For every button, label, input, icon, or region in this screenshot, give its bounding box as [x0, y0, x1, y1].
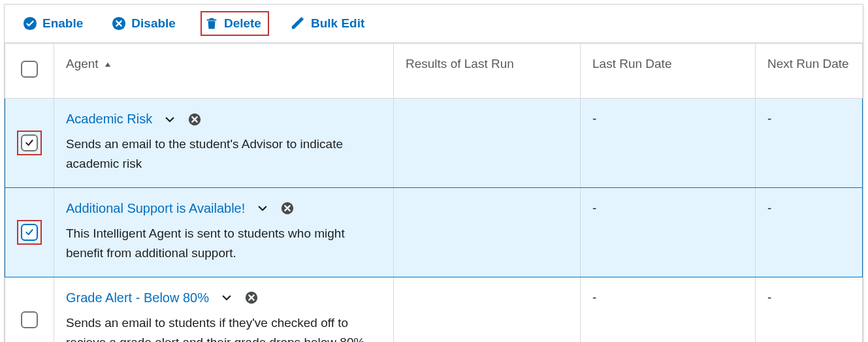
col-next-header[interactable]: Next Run Date	[756, 44, 863, 99]
bulk-edit-label: Bulk Edit	[311, 16, 364, 31]
disabled-status-icon[interactable]	[187, 112, 202, 127]
next-run-cell: -	[756, 99, 863, 188]
agent-title-link[interactable]: Grade Alert - Below 80%	[66, 290, 209, 305]
check-circle-icon	[23, 16, 37, 31]
enable-button[interactable]: Enable	[19, 11, 91, 36]
agents-table: Agent Results of Last Run Last Run Date …	[5, 43, 863, 342]
last-run-cell: -	[581, 277, 756, 342]
row-checkbox-wrap	[17, 131, 42, 155]
x-circle-icon	[112, 16, 126, 31]
delete-label: Delete	[224, 16, 261, 31]
table-row: Additional Support is Available! This In…	[5, 187, 863, 277]
agent-list-panel: Enable Disable Delete Bulk Edit	[4, 4, 863, 342]
select-all-header	[5, 44, 54, 99]
chevron-down-icon[interactable]	[164, 114, 176, 125]
results-cell	[394, 187, 581, 277]
disabled-status-icon[interactable]	[280, 201, 295, 215]
trash-icon	[204, 16, 219, 31]
disable-label: Disable	[131, 16, 176, 31]
sort-asc-icon	[104, 57, 111, 71]
col-agent-header[interactable]: Agent	[54, 44, 394, 99]
table-row: Grade Alert - Below 80% Sends an email t…	[5, 277, 863, 342]
col-last-label: Last Run Date	[592, 57, 671, 70]
col-results-header[interactable]: Results of Last Run	[394, 44, 581, 99]
results-cell	[394, 277, 581, 342]
row-checkbox[interactable]	[21, 311, 38, 328]
agent-title-link[interactable]: Additional Support is Available!	[66, 201, 245, 216]
bulk-edit-icon	[290, 16, 306, 31]
col-next-label: Next Run Date	[767, 57, 849, 70]
next-run-cell: -	[756, 277, 863, 342]
col-results-label: Results of Last Run	[406, 57, 514, 70]
select-all-checkbox-wrap	[17, 57, 42, 82]
chevron-down-icon[interactable]	[257, 202, 268, 214]
delete-button[interactable]: Delete	[201, 11, 269, 36]
agent-title-link[interactable]: Academic Risk	[66, 112, 152, 127]
disable-button[interactable]: Disable	[108, 11, 184, 36]
next-run-cell: -	[756, 187, 863, 277]
row-checkbox-wrap	[17, 220, 42, 245]
last-run-cell: -	[581, 99, 756, 188]
col-agent-label: Agent	[66, 57, 99, 70]
disabled-status-icon[interactable]	[244, 290, 259, 305]
agent-description: Sends an email to students if they've ch…	[66, 313, 366, 342]
bulk-edit-button[interactable]: Bulk Edit	[286, 11, 372, 36]
row-checkbox-wrap	[17, 307, 42, 332]
row-checkbox[interactable]	[21, 224, 38, 241]
table-header-row: Agent Results of Last Run Last Run Date …	[5, 44, 863, 99]
col-last-header[interactable]: Last Run Date	[581, 44, 756, 99]
results-cell	[394, 99, 581, 188]
agent-description: This Intelligent Agent is sent to studen…	[66, 224, 366, 264]
toolbar: Enable Disable Delete Bulk Edit	[5, 5, 863, 43]
table-row: Academic Risk Sends an email to the stud…	[5, 99, 863, 188]
last-run-cell: -	[581, 187, 756, 277]
chevron-down-icon[interactable]	[221, 292, 233, 303]
agent-description: Sends an email to the student's Advisor …	[66, 134, 366, 174]
row-checkbox[interactable]	[21, 134, 38, 151]
select-all-checkbox[interactable]	[21, 61, 38, 78]
enable-label: Enable	[42, 16, 83, 31]
